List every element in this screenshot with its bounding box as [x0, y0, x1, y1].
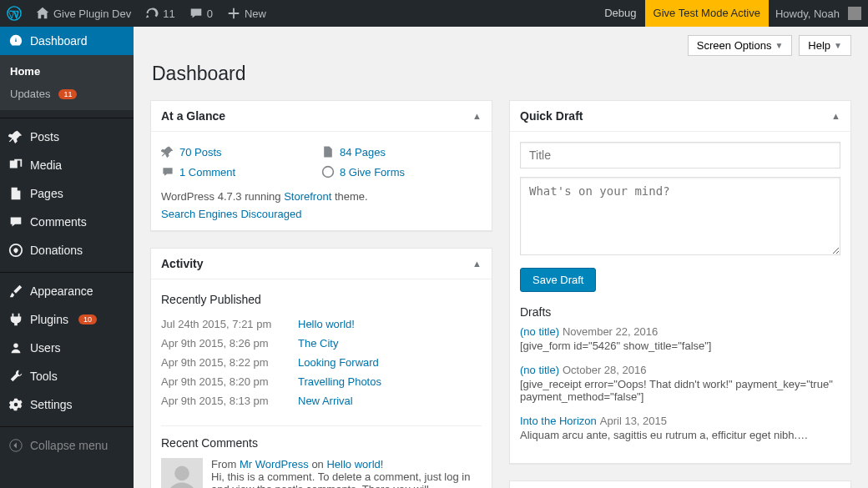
- toggle-box-icon[interactable]: ▲: [472, 111, 482, 121]
- media-icon: [8, 158, 23, 173]
- draft-excerpt: Aliquam arcu ante, sagittis eu rutrum a,…: [520, 429, 840, 441]
- comment-post-link[interactable]: Hello world!: [326, 458, 383, 470]
- svg-point-3: [13, 344, 18, 348]
- draft-title-link[interactable]: (no title): [520, 364, 559, 376]
- wp-logo[interactable]: [0, 0, 28, 27]
- activity-row: Apr 9th 2015, 8:26 pmThe City: [161, 334, 482, 353]
- collapse-menu[interactable]: Collapse menu: [0, 431, 134, 460]
- draft-title-link[interactable]: (no title): [520, 325, 559, 338]
- submenu-home[interactable]: Home: [0, 60, 134, 83]
- updates-count: 11: [163, 8, 174, 20]
- toggle-box-icon[interactable]: ▲: [831, 111, 840, 121]
- giveforms-count-link[interactable]: 8 Give Forms: [340, 166, 405, 179]
- menu-users[interactable]: Users: [0, 334, 134, 362]
- comments-link[interactable]: 0: [182, 0, 220, 27]
- draft-item: (no title)October 28, 2016 [give_receipt…: [520, 364, 840, 403]
- activity-row: Apr 9th 2015, 8:13 pmNew Arrival: [161, 391, 482, 410]
- submenu-updates[interactable]: Updates11: [0, 83, 134, 105]
- settings-icon: [8, 397, 23, 412]
- theme-link[interactable]: Storefront: [284, 190, 331, 203]
- site-name-text: Give Plugin Dev: [53, 8, 131, 20]
- page-icon: [8, 186, 23, 201]
- svg-point-6: [323, 167, 334, 178]
- screen-options-button[interactable]: Screen Options ▼: [688, 35, 793, 56]
- menu-tools[interactable]: Tools: [0, 362, 134, 390]
- post-link[interactable]: Hello world!: [298, 318, 355, 330]
- quick-draft-title: Quick Draft: [520, 109, 583, 123]
- activity-box: Activity▲ Recently Published Jul 24th 20…: [150, 248, 492, 488]
- admin-bar: Give Plugin Dev 11 0 New Debug Give Test…: [0, 0, 868, 27]
- menu-settings[interactable]: Settings: [0, 390, 134, 419]
- comments-icon: [8, 214, 23, 229]
- activity-row: Apr 9th 2015, 8:22 pmLooking Forward: [161, 353, 482, 372]
- toggle-box-icon[interactable]: ▲: [472, 259, 482, 269]
- wordpress-news-box: WordPress News▲: [509, 480, 851, 488]
- save-draft-button[interactable]: Save Draft: [520, 268, 596, 292]
- menu-posts[interactable]: Posts: [0, 123, 134, 151]
- howdy-text: Howdy, Noah: [775, 8, 840, 20]
- drafts-heading: Drafts: [520, 305, 840, 319]
- refresh-icon: [144, 6, 159, 21]
- chevron-down-icon: ▼: [775, 41, 783, 50]
- home-icon: [35, 6, 50, 21]
- plus-icon: [226, 6, 241, 21]
- menu-appearance[interactable]: Appearance: [0, 277, 134, 305]
- give-test-mode-badge[interactable]: Give Test Mode Active: [645, 0, 769, 27]
- menu-media[interactable]: Media: [0, 151, 134, 179]
- search-engines-link[interactable]: Search Engines Discouraged: [161, 208, 301, 220]
- my-account-link[interactable]: Howdy, Noah: [769, 0, 868, 27]
- avatar: [848, 7, 861, 20]
- post-link[interactable]: New Arrival: [298, 395, 353, 407]
- page-title: Dashboard: [152, 63, 851, 85]
- menu-pages[interactable]: Pages: [0, 179, 134, 208]
- activity-title: Activity: [161, 257, 204, 270]
- commenter-avatar: [161, 458, 203, 488]
- svg-point-1: [12, 164, 14, 167]
- draft-title-link[interactable]: Into the Horizon: [520, 415, 597, 427]
- post-link[interactable]: The City: [298, 337, 338, 350]
- updates-link[interactable]: 11: [138, 0, 181, 27]
- at-a-glance-title: At a Glance: [161, 109, 225, 123]
- at-a-glance-box: At a Glance▲ 70 Posts 84 Pages 1 Comment…: [150, 100, 492, 231]
- pin-icon: [8, 129, 23, 144]
- menu-donations[interactable]: Donations: [0, 236, 134, 264]
- draft-title-input[interactable]: [520, 142, 840, 169]
- dashboard-icon: [8, 33, 23, 48]
- post-link[interactable]: Looking Forward: [298, 356, 379, 369]
- comments-count-link[interactable]: 1 Comment: [179, 166, 235, 179]
- new-content-link[interactable]: New: [220, 0, 273, 27]
- new-label: New: [245, 8, 266, 20]
- collapse-icon: [8, 438, 23, 453]
- admin-menu: Dashboard Home Updates11 Posts Media Pag…: [0, 27, 134, 488]
- help-button[interactable]: Help ▼: [799, 35, 851, 56]
- recent-comments-heading: Recent Comments: [161, 425, 482, 450]
- activity-row: Jul 24th 2015, 7:21 pmHello world!: [161, 314, 482, 334]
- activity-row: Apr 9th 2015, 8:20 pmTravelling Photos: [161, 372, 482, 391]
- give-icon: [321, 165, 335, 179]
- draft-excerpt: [give_receipt error="Oops! That didn't w…: [520, 378, 840, 403]
- pin-icon: [161, 145, 174, 158]
- page-icon: [321, 145, 335, 158]
- menu-plugins[interactable]: Plugins10: [0, 305, 134, 334]
- site-name-link[interactable]: Give Plugin Dev: [28, 0, 138, 27]
- tools-icon: [8, 369, 23, 384]
- recently-published-heading: Recently Published: [161, 293, 482, 306]
- posts-count-link[interactable]: 70 Posts: [179, 146, 222, 158]
- give-icon: [8, 243, 23, 258]
- menu-comments[interactable]: Comments: [0, 208, 134, 236]
- comment-author-link[interactable]: Mr WordPress: [240, 458, 309, 470]
- debug-link[interactable]: Debug: [596, 0, 644, 27]
- svg-point-4: [14, 403, 18, 407]
- svg-point-7: [174, 466, 189, 481]
- users-icon: [8, 340, 23, 355]
- menu-dashboard[interactable]: Dashboard: [0, 27, 134, 55]
- main-content: Screen Options ▼ Help ▼ Dashboard At a G…: [134, 27, 868, 488]
- plugin-icon: [8, 312, 23, 327]
- draft-content-textarea[interactable]: [520, 177, 840, 255]
- post-link[interactable]: Travelling Photos: [298, 375, 381, 388]
- brush-icon: [8, 284, 23, 299]
- comment-icon: [189, 6, 204, 21]
- draft-excerpt: [give_form id="5426" show_title="false"]: [520, 340, 840, 352]
- chevron-down-icon: ▼: [834, 41, 842, 50]
- pages-count-link[interactable]: 84 Pages: [340, 146, 386, 158]
